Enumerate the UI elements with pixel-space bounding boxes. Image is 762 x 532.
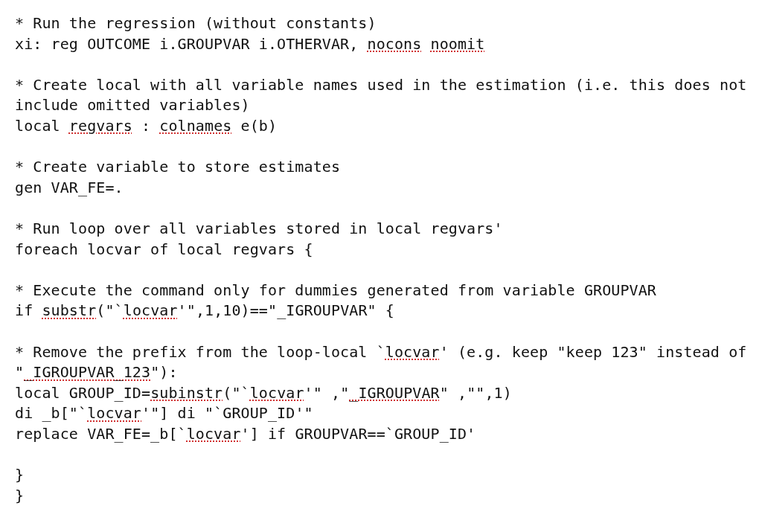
code-block: * Run the regression (without constants)… — [0, 0, 762, 519]
code-text: ("` — [96, 301, 123, 319]
code-line: * Create variable to store estimates — [15, 158, 340, 176]
spellcheck-underline: locvar — [187, 425, 241, 443]
spellcheck-underline: _IGROUPVAR_123 — [24, 363, 150, 381]
code-text: '" ," — [304, 384, 350, 402]
code-line: replace VAR_FE=_b[`locvar'] if GROUPVAR=… — [15, 425, 476, 443]
code-text: if — [15, 301, 42, 319]
code-text: ("` — [222, 384, 249, 402]
spellcheck-underline: _IGROUPVAR — [349, 384, 439, 402]
code-text: '] if GROUPVAR==`GROUP_ID' — [241, 425, 476, 443]
spellcheck-underline: noomit — [431, 35, 485, 53]
code-text: "): — [150, 363, 177, 381]
code-line: * Execute the command only for dummies g… — [15, 281, 656, 299]
spellcheck-underline: locvar — [87, 404, 141, 422]
code-text: * Remove the prefix from the loop-local … — [15, 343, 385, 361]
code-line: * Run loop over all variables stored in … — [15, 219, 503, 237]
code-line: xi: reg OUTCOME i.GROUPVAR i.OTHERVAR, n… — [15, 35, 484, 53]
code-line: * Run the regression (without constants) — [15, 14, 377, 32]
code-text: di _b["` — [15, 404, 87, 422]
code-line: local GROUP_ID=subinstr("`locvar'" ,"_IG… — [15, 384, 512, 402]
code-text: '",1,10)=="_IGROUPVAR" { — [178, 301, 394, 319]
code-text: '"] di "`GROUP_ID'" — [141, 404, 313, 422]
code-line: if substr("`locvar'",1,10)=="_IGROUPVAR"… — [15, 301, 394, 319]
spellcheck-underline: nocons — [368, 35, 422, 53]
code-line: local regvars : colnames e(b) — [15, 117, 277, 135]
spellcheck-underline: regvars — [69, 117, 132, 135]
code-line: foreach locvar of local regvars { — [15, 240, 313, 258]
code-text: local — [15, 117, 69, 135]
spellcheck-underline: colnames — [159, 117, 231, 135]
code-text: " ,"",1) — [440, 384, 512, 402]
spellcheck-underline: locvar — [385, 343, 440, 361]
code-line: * Create local with all variable names u… — [15, 76, 756, 115]
spellcheck-underline: substr — [42, 301, 96, 319]
code-text: e(b) — [231, 117, 277, 135]
code-text: local GROUP_ID= — [15, 384, 150, 402]
code-text: xi: reg OUTCOME i.GROUPVAR i.OTHERVAR, — [15, 35, 368, 53]
code-line: } — [15, 487, 24, 504]
spellcheck-underline: subinstr — [150, 384, 222, 402]
code-line: * Remove the prefix from the loop-local … — [15, 343, 756, 382]
code-line: } — [15, 466, 24, 484]
spellcheck-underline: locvar — [124, 301, 178, 319]
code-line: di _b["`locvar'"] di "`GROUP_ID'" — [15, 404, 313, 422]
code-line: gen VAR_FE=. — [15, 179, 124, 196]
spellcheck-underline: locvar — [250, 384, 304, 402]
code-text: replace VAR_FE=_b[` — [15, 425, 187, 443]
code-text: : — [132, 117, 159, 135]
code-text — [421, 35, 430, 53]
